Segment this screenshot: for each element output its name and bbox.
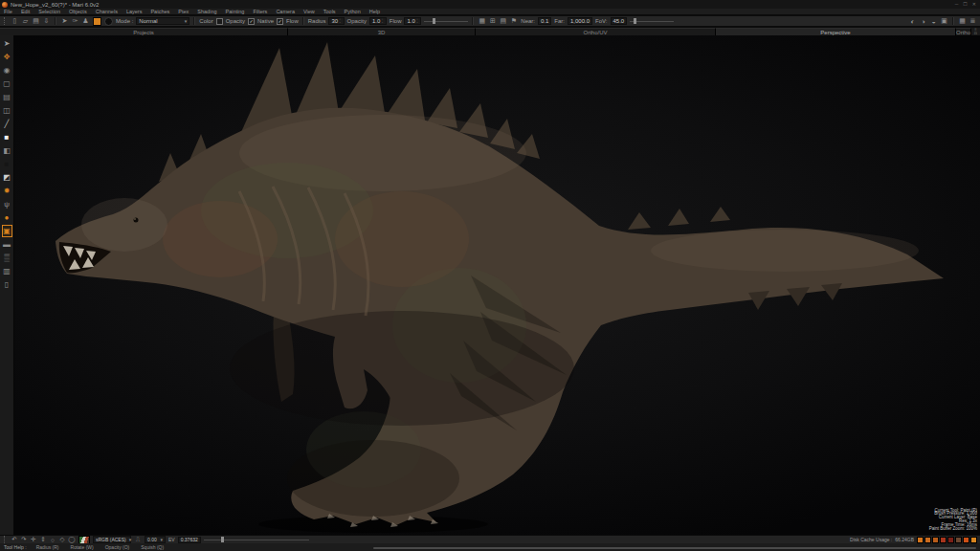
projection-flag-icon[interactable]: ⚑ xyxy=(509,17,518,26)
menu-item[interactable]: Ptex xyxy=(178,9,189,14)
pixel-analyzer-tool-icon[interactable]: ▥ xyxy=(2,265,12,277)
menu-item[interactable]: Layers xyxy=(126,9,143,14)
wireframe-toggle-icon[interactable]: ▦ xyxy=(958,17,967,26)
gain-field[interactable]: 0.37632 xyxy=(178,537,201,543)
near-field[interactable]: 0.1 xyxy=(538,17,551,25)
color-swatch[interactable] xyxy=(963,537,969,543)
eraser-tool-icon[interactable]: ▬ xyxy=(2,238,12,251)
fov-slider[interactable] xyxy=(630,17,674,25)
menu-item[interactable]: View xyxy=(303,9,315,14)
brush-ring-icon[interactable]: ◯ xyxy=(68,536,76,543)
undo-icon[interactable]: ↶ xyxy=(11,536,18,543)
color-swatch[interactable] xyxy=(940,537,947,543)
close-icon[interactable]: ✕ xyxy=(972,0,976,9)
color-swatch[interactable] xyxy=(932,537,939,543)
paint-tool-icon[interactable]: ✹ xyxy=(2,185,12,197)
menu-item[interactable]: Camera xyxy=(276,9,295,14)
menu-item[interactable]: Python xyxy=(345,9,361,14)
brush-diamond-icon[interactable]: ◇ xyxy=(58,536,66,543)
spinner-icon[interactable]: ⌃⌄ xyxy=(381,19,384,24)
blend-mode-dropdown[interactable]: Normal ▾ xyxy=(136,17,189,25)
redo-icon[interactable]: ↷ xyxy=(20,536,28,543)
menu-item[interactable]: Help xyxy=(369,9,380,14)
lighting-flat-icon[interactable]: ◐ xyxy=(908,17,917,26)
viewport-tab[interactable]: 3D xyxy=(288,28,476,35)
pan-icon[interactable]: ✛ xyxy=(30,536,37,543)
menu-item[interactable]: File xyxy=(4,9,12,14)
foreground-color-swatch[interactable] xyxy=(93,17,101,26)
spinner-icon[interactable]: ⌃⌄ xyxy=(339,19,342,24)
select-items-tool-icon[interactable]: ➤ xyxy=(2,37,12,50)
menu-item[interactable]: Filters xyxy=(253,9,267,14)
toolbar-grip[interactable] xyxy=(4,17,7,25)
color-swatch[interactable] xyxy=(917,537,924,543)
menu-item[interactable]: Patches xyxy=(150,9,169,14)
color-picker-tool-icon[interactable]: ▯ xyxy=(2,278,12,291)
select-cursor-icon[interactable]: ➤ xyxy=(60,17,69,26)
paint-buffer-icon[interactable]: ▤ xyxy=(499,17,507,26)
viewport-tab[interactable]: Ortho xyxy=(956,28,971,35)
transform-objects-tool-icon[interactable]: ✥ xyxy=(2,51,12,63)
paint-through-icon[interactable]: ⊞ xyxy=(488,17,497,26)
menu-item[interactable]: Shading xyxy=(197,9,216,14)
bottom-scrollbar[interactable] xyxy=(373,547,976,549)
menu-item[interactable]: Tools xyxy=(323,9,336,14)
paint-through-tool-icon[interactable]: ◫ xyxy=(2,104,12,117)
opacity-field[interactable]: 1.0⌃⌄ xyxy=(369,17,387,25)
lut-dropdown[interactable]: 0.00 ▾ xyxy=(145,536,166,543)
current-color-swatch[interactable]: ● xyxy=(2,211,12,224)
marquee-select-tool-icon[interactable]: ▢ xyxy=(2,77,12,90)
color-swatch[interactable] xyxy=(947,537,954,543)
far-field[interactable]: 1,000.0 xyxy=(568,17,592,25)
paint-brush-icon[interactable]: ✑ xyxy=(71,17,79,26)
viewport-tab[interactable]: Projects xyxy=(0,28,288,35)
menu-item[interactable]: Painting xyxy=(226,9,245,14)
rotate-tool-icon[interactable]: ◉ xyxy=(2,64,12,77)
vector-line-tool-icon[interactable]: ╱ xyxy=(2,118,12,130)
colorspace-dropdown[interactable]: sRGB (ACES) ▾ xyxy=(93,536,131,543)
blur-tool-icon[interactable]: ▒ xyxy=(2,252,12,264)
lighting-basic-icon[interactable]: ◑ xyxy=(919,17,927,26)
brush-tip-preview[interactable] xyxy=(104,17,113,26)
histogram-icon[interactable]: ⎍ xyxy=(134,536,142,543)
swap-colors-icon[interactable]: ◩ xyxy=(2,171,12,184)
hud-toggle-icon[interactable]: ≣ xyxy=(969,17,977,26)
menu-item[interactable]: Objects xyxy=(69,9,87,14)
spinner-icon[interactable]: ⌃⌄ xyxy=(416,19,419,24)
flow-checkbox[interactable] xyxy=(277,18,283,25)
minimize-icon[interactable]: ─ xyxy=(955,0,959,9)
import-icon[interactable]: ⇩ xyxy=(42,17,51,26)
mirror-projection-icon[interactable]: ▦ xyxy=(478,17,486,26)
color-swatch[interactable] xyxy=(924,537,931,543)
viewport-tab[interactable]: Perspective xyxy=(716,28,956,35)
gradient-tool-icon[interactable]: ◧ xyxy=(2,144,12,157)
opacity-checkbox[interactable] xyxy=(216,18,223,25)
perspective-viewport-canvas[interactable]: Current Tool: Paint (P)Brush Pressure: 1… xyxy=(14,35,980,535)
flow-field[interactable]: 1.0⌃⌄ xyxy=(404,17,421,25)
toolbar-grip[interactable] xyxy=(4,536,7,543)
color-swatch[interactable] xyxy=(955,537,962,543)
background-color-swatch[interactable]: ■ xyxy=(2,158,12,170)
clone-stamp-icon[interactable]: ♟ xyxy=(81,17,90,26)
menu-item[interactable]: Edit xyxy=(21,9,30,14)
new-project-icon[interactable]: ▯ xyxy=(11,17,19,26)
exposure-slider[interactable] xyxy=(204,536,309,543)
fov-field[interactable]: 45.0 xyxy=(611,17,628,25)
clone-stamp-tool-icon[interactable]: ▣ xyxy=(2,225,12,237)
flow-slider[interactable] xyxy=(424,17,468,25)
dolly-icon[interactable]: ⇕ xyxy=(39,536,47,543)
native-checkbox[interactable] xyxy=(248,18,255,25)
open-project-icon[interactable]: ▱ xyxy=(21,17,30,26)
radius-field[interactable]: 30⌃⌄ xyxy=(328,17,344,25)
shadow-toggle-icon[interactable]: ▣ xyxy=(940,17,948,26)
lighting-full-icon[interactable]: ◒ xyxy=(929,17,938,26)
maximize-icon[interactable]: ☐ xyxy=(963,0,967,9)
smear-tool-icon[interactable]: ψ xyxy=(2,198,12,210)
save-project-icon[interactable]: ▤ xyxy=(32,17,40,26)
foreground-color-swatch[interactable]: ■ xyxy=(2,131,12,143)
brush-circle-icon[interactable]: ○ xyxy=(49,536,56,543)
color-swatch[interactable] xyxy=(970,537,977,543)
copy-paste-tool-icon[interactable]: ▤ xyxy=(2,91,12,103)
menu-item[interactable]: Channels xyxy=(96,9,118,14)
tab-overflow-button[interactable]: ≡⊡ xyxy=(971,28,980,35)
